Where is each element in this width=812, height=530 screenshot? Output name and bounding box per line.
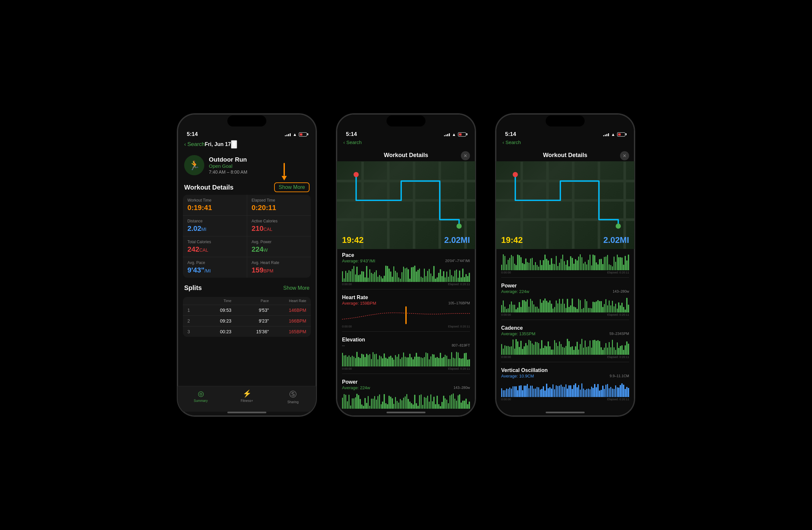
stat-value: 224W	[252, 245, 307, 254]
back-chevron: ‹	[184, 141, 186, 148]
modal-title: Workout Details	[384, 152, 429, 159]
splits-header-row: Time Pace Heart Rate	[183, 297, 311, 305]
split-hr: 166BPM	[269, 318, 306, 323]
home-indicator	[546, 412, 585, 413]
wifi-icon: ▲	[611, 132, 615, 137]
power-chart-bars	[342, 391, 470, 409]
chart-power: Power Average: 224w 143–280w	[337, 376, 475, 410]
arrow-annotation-1	[281, 163, 287, 180]
map-stat-time: 19:42	[501, 235, 523, 245]
status-time: 5:14	[346, 131, 357, 138]
svg-point-18	[616, 223, 621, 228]
stat-label: Workout Time	[187, 198, 242, 203]
chart-title: Cadence	[501, 325, 629, 331]
signal-icon	[444, 132, 450, 136]
tab-fitness-label: Fitness+	[241, 399, 253, 403]
splits-title: Splits	[184, 284, 202, 292]
svg-point-19	[513, 172, 518, 177]
search-nav: ‹ Search	[337, 139, 475, 147]
chart-cadence: Cadence Average: 135SPM 59–234SPM 0:00:0…	[496, 322, 634, 360]
home-indicator	[227, 412, 266, 413]
signal-icon	[285, 132, 291, 136]
status-icons: ▲	[444, 132, 466, 137]
stat-value: 0:20:11	[252, 204, 307, 212]
chart-hr: Heart Rate Average: 159BPM 105–176BPM 0:…	[337, 291, 475, 330]
chart-title: Power	[501, 283, 629, 289]
chart-vo: Vertical Oscillation Average: 10.9CM 9.9…	[496, 364, 634, 402]
wifi-icon: ▲	[452, 132, 456, 137]
status-bar: 5:14 ▲	[337, 126, 475, 139]
cadence-chart-bars	[501, 337, 629, 355]
pace-chart-bars	[501, 252, 629, 270]
chart-power: Power Average: 224w 143–280w 0:00:00 Ela…	[496, 280, 634, 318]
splits-header: Splits Show More	[178, 281, 316, 294]
chart-elevation: Elevation -- 807–819FT 0:00:00 Elapsed: …	[337, 334, 475, 372]
dynamic-island	[387, 115, 425, 126]
phone-3: 5:14 ▲ ‹ Search Workout Details ✕	[495, 113, 635, 417]
nav-date: Fri, Jun 17	[205, 141, 231, 147]
phone-1: 5:14 ▲ ‹ Search Fri, Jun 17 ⬆ 🏃	[177, 113, 317, 417]
chart-range: 807–819FT	[342, 343, 470, 347]
home-indicator	[387, 412, 425, 413]
stat-label: Avg. Pace	[187, 261, 242, 265]
pace-chart-bars	[342, 264, 470, 282]
stats-row-1: Workout Time 0:19:41 Elapsed Time 0:20:1…	[183, 195, 311, 215]
tab-sharing[interactable]: Ⓢ Sharing	[270, 390, 316, 404]
split-hr: 146BPM	[269, 308, 306, 313]
map-stats-overlay: 19:42 2.02MI	[342, 235, 470, 245]
chart-timestamps: 0:00:00 Elapsed: 0:20:11	[501, 355, 629, 359]
tab-summary[interactable]: ◎ Summary	[178, 390, 224, 404]
signal-icon	[603, 132, 609, 136]
stat-value: 159BPM	[252, 266, 307, 275]
back-button[interactable]: ‹ Search	[184, 141, 205, 148]
stat-value: 2.02MI	[187, 224, 242, 233]
stat-active-calories: Active Calories 210CAL	[247, 215, 311, 236]
split-num: 2	[187, 318, 194, 323]
workout-icon: 🏃	[184, 155, 204, 175]
stat-avg-pace: Avg. Pace 9'43"/MI	[183, 257, 247, 278]
chart-timestamps: 0:00:00 Elapsed: 0:20:11	[501, 271, 629, 274]
share-button[interactable]: ⬆	[231, 140, 237, 149]
show-more-button[interactable]: Show More	[274, 182, 309, 192]
stat-avg-power: Avg. Power 224W	[247, 236, 311, 257]
split-num: 3	[187, 329, 194, 334]
stat-value: 0:19:41	[187, 204, 242, 212]
modal-header: Workout Details ✕	[496, 147, 634, 161]
run-icon: 🏃	[189, 160, 200, 171]
charts-scroll[interactable]: 0:00:00 Elapsed: 0:20:11 Power Average: …	[496, 249, 634, 412]
charts-scroll[interactable]: Pace Average: 9'43"/MI 20'04"–7'44"/MI 0…	[337, 249, 475, 412]
close-button[interactable]: ✕	[620, 151, 629, 160]
back-label: Search	[187, 141, 205, 148]
stat-label: Distance	[187, 219, 242, 223]
tab-fitness-plus[interactable]: ⚡ Fitness+	[224, 390, 270, 404]
stat-elapsed-time: Elapsed Time 0:20:11	[247, 195, 311, 215]
power-chart-bars	[501, 295, 629, 312]
stats-row-3: Total Calories 242CAL Avg. Power 224W	[183, 236, 311, 257]
vo-chart-bars	[501, 379, 629, 397]
status-bar: 5:14 ▲	[178, 126, 316, 139]
split-num: 1	[187, 308, 194, 313]
status-icons: ▲	[603, 132, 625, 137]
split-time: 09:53	[194, 308, 231, 313]
tab-bar: ◎ Summary ⚡ Fitness+ Ⓢ Sharing	[178, 386, 316, 412]
svg-point-9	[354, 172, 359, 177]
divider	[501, 277, 629, 278]
battery-icon	[299, 132, 307, 137]
stats-row-4: Avg. Pace 9'43"/MI Avg. Heart Rate 159BP…	[183, 257, 311, 278]
workout-goal: Open Goal	[209, 163, 247, 169]
chart-timestamps: 0:00:00 Elapsed: 0:20:11	[342, 325, 470, 328]
modal-title: Workout Details	[543, 152, 588, 159]
chart-title: Power	[342, 379, 470, 385]
status-icons: ▲	[285, 132, 307, 137]
splits-show-more-button[interactable]: Show More	[283, 285, 309, 291]
search-back: ‹ Search	[343, 139, 362, 145]
chart-timestamps: 0:00:00 Elapsed: 0:20:11	[501, 398, 629, 401]
split-pace: 9'53"	[231, 308, 269, 313]
splits-col-hr: Heart Rate	[269, 299, 306, 303]
stat-value: 242CAL	[187, 245, 242, 254]
nav-bar: ‹ Search Fri, Jun 17 ⬆	[178, 139, 316, 151]
chart-title: Pace	[342, 252, 470, 258]
chart-title: Elevation	[342, 337, 470, 343]
close-button[interactable]: ✕	[461, 151, 470, 160]
stat-value: 9'43"/MI	[187, 266, 242, 275]
